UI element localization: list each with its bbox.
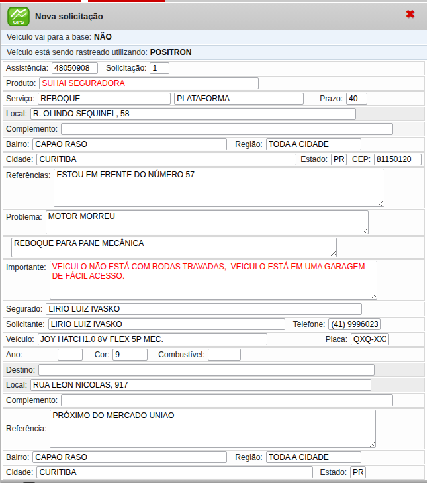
red-bar-left [0, 0, 81, 2]
cor-input[interactable] [112, 349, 148, 361]
segurado-label: Segurado: [6, 304, 42, 314]
local-label: Local: [6, 109, 27, 118]
info-bar-base: Veículo vai para a base: NÃO [1, 30, 427, 44]
prazo-input[interactable] [346, 93, 367, 105]
servico-input[interactable] [38, 93, 171, 105]
complemento-input[interactable] [61, 123, 393, 135]
servico-label: Serviço: [6, 94, 34, 103]
row-ano-cor-combustivel: Ano: Cor: Combustível: [3, 347, 425, 362]
local-input[interactable] [30, 108, 356, 120]
row-bairro-destino: Bairro: Região: [3, 450, 425, 464]
destino-referencia-textarea[interactable]: PRÓXIMO DO MERCADO UNIAO [50, 410, 376, 448]
assistencia-input[interactable] [52, 62, 98, 74]
bairro-input[interactable] [32, 138, 227, 150]
importante-label: Importante: [6, 261, 46, 272]
telefone-input[interactable] [328, 318, 381, 330]
importante-textarea[interactable]: VEICULO NÃO ESTÁ COM RODAS TRAVADAS, VEI… [50, 261, 377, 300]
row-segurado: Segurado: [3, 302, 425, 316]
row-produto: Produto: [3, 76, 425, 91]
problema-textarea[interactable]: MOTOR MORREU [46, 210, 369, 234]
destino-cidade-label: Cidade: [6, 468, 33, 477]
telefone-label: Telefone: [293, 320, 326, 329]
cep-input[interactable] [374, 154, 422, 165]
combustivel-label: Combustível: [158, 350, 204, 359]
placa-input[interactable] [351, 333, 389, 345]
destino-bairro-label: Bairro: [6, 453, 29, 462]
row-cidade-origem: Cidade: Estado: CEP: [3, 152, 425, 167]
row-local-origem: Local: [3, 107, 425, 121]
solicitante-label: Solicitante: [6, 320, 45, 329]
destino-complemento-input[interactable] [61, 394, 393, 406]
estado-input[interactable] [331, 154, 347, 165]
problema-label: Problema: [6, 210, 42, 222]
info-tracking-value: POSITRON [150, 48, 192, 57]
ano-input[interactable] [58, 349, 83, 361]
bairro-label: Bairro: [6, 140, 29, 149]
assistencia-label: Assistência: [6, 64, 48, 73]
produto-label: Produto: [6, 79, 36, 88]
placa-label: Placa: [326, 335, 347, 344]
dialog-footer-bar [1, 480, 427, 483]
gps-logo-icon: GPS [7, 7, 30, 26]
estado-label: Estado: [300, 155, 328, 164]
info-base-value: NÃO [94, 32, 112, 42]
dialog-title-bar: GPS Nova solicitação ✖ [1, 3, 427, 30]
row-veiculo: Veículo: Placa: [3, 332, 425, 347]
row-complemento-destino: Complemento: [3, 393, 425, 408]
row-local-destino: Local: [3, 378, 425, 392]
cidade-label: Cidade: [6, 155, 33, 164]
destino-referencia-label: Referência: [6, 424, 46, 433]
cor-label: Cor: [95, 350, 110, 359]
destino-local-input[interactable] [30, 379, 371, 391]
destino-estado-input[interactable] [350, 466, 366, 478]
complemento-label: Complemento: [6, 124, 58, 134]
row-servico: Serviço: Prazo: [3, 91, 425, 106]
prazo-label: Prazo: [320, 94, 343, 103]
row-bairro-origem: Bairro: Região: [3, 137, 425, 152]
destino-label: Destino: [6, 365, 35, 374]
row-importante: Importante: VEICULO NÃO ESTÁ COM RODAS T… [3, 259, 425, 301]
request-form: Assistência: Solicitação: Produto: Servi… [1, 60, 427, 480]
nova-solicitacao-dialog: GPS Nova solicitação ✖ Veículo vai para … [0, 3, 427, 483]
dialog-title: Nova solicitação [35, 11, 103, 21]
destino-local-label: Local: [6, 380, 27, 390]
solicitacao-input[interactable] [150, 62, 169, 74]
veiculo-label: Veículo: [6, 335, 34, 344]
destino-estado-label: Estado: [320, 468, 347, 477]
regiao-label: Região: [235, 140, 262, 149]
info-base-label: Veículo vai para a base: [7, 32, 91, 42]
problema-extra-textarea[interactable]: REBOQUE PARA PANE MECÂNICA [11, 238, 337, 257]
combustivel-input[interactable] [208, 349, 241, 361]
row-referencia-destino: Referência: PRÓXIMO DO MERCADO UNIAO [3, 408, 425, 449]
destino-cidade-input[interactable] [36, 466, 313, 478]
row-complemento-origem: Complemento: [3, 122, 425, 136]
info-bar-rastreamento: Veículo está sendo rastreado utilizando:… [1, 45, 427, 60]
destino-regiao-label: Região: [235, 453, 262, 462]
row-cidade-destino: Cidade: Estado: [3, 465, 425, 480]
solicitacao-label: Solicitação: [106, 64, 146, 73]
segurado-input[interactable] [46, 303, 362, 315]
referencias-textarea[interactable]: ESTOU EM FRENTE DO NÚMERO 57 [54, 169, 384, 207]
regiao-input[interactable] [266, 138, 361, 150]
solicitante-input[interactable] [48, 318, 285, 330]
red-bar-right [88, 0, 165, 2]
destino-regiao-input[interactable] [266, 451, 361, 463]
gray-bar [165, 0, 427, 2]
destino-input[interactable] [38, 364, 375, 376]
row-assistencia: Assistência: Solicitação: [3, 61, 425, 75]
row-referencias: Referências: ESTOU EM FRENTE DO NÚMERO 5… [3, 167, 425, 208]
row-problema-extra: REBOQUE PARA PANE MECÂNICA [3, 236, 425, 259]
svg-text:GPS: GPS [13, 19, 25, 25]
destino-complemento-label: Complemento: [6, 396, 58, 405]
produto-input[interactable] [39, 77, 259, 89]
servico-tipo-input[interactable] [174, 93, 304, 105]
row-problema: Problema: MOTOR MORREU [3, 209, 425, 236]
close-icon[interactable]: ✖ [406, 9, 415, 20]
row-destino: Destino: [3, 363, 425, 377]
cidade-input[interactable] [36, 154, 296, 165]
destino-bairro-input[interactable] [32, 451, 227, 463]
cep-label: CEP: [352, 155, 371, 164]
row-solicitante: Solicitante: Telefone: [3, 317, 425, 331]
ano-label: Ano: [6, 350, 22, 359]
veiculo-input[interactable] [38, 333, 267, 345]
